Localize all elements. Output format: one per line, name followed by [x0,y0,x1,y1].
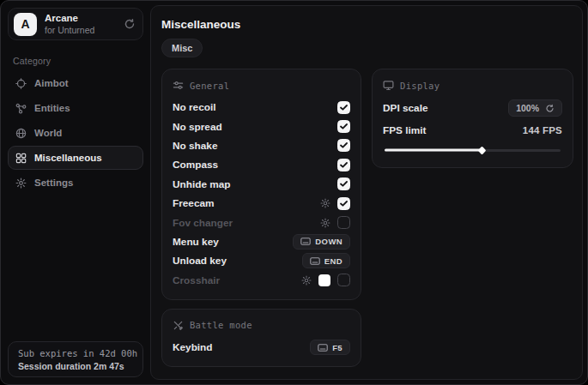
unload-key-binding[interactable]: END [302,253,350,268]
crosshair-icon [15,78,27,89]
freecam-settings-gear-icon[interactable] [320,198,330,208]
globe-icon [15,128,27,139]
setting-label: Unload key [173,255,227,267]
main-content: Miscellaneous Misc General [150,5,583,380]
tab-misc[interactable]: Misc [161,39,203,57]
setting-label: FPS limit [383,124,426,136]
setting-label: Fov changer [173,217,233,229]
sidebar-item-label: Aimbot [34,78,69,88]
battle-mode-panel-title: Battle mode [190,320,252,330]
sidebar-footer: Sub expires in 42d 00h Session duration … [8,341,143,377]
session-duration-text: Session duration 2m 47s [18,361,133,371]
sliders-icon [173,80,184,91]
app-logo: A [14,13,37,36]
keybind-value: DOWN [315,237,342,246]
sidebar-item-entities[interactable]: Entities [8,96,143,120]
fov-changer-checkbox[interactable] [337,216,350,229]
keyboard-icon [318,344,328,352]
setting-label: Freecam [173,197,215,209]
fov-changer-settings-gear-icon[interactable] [320,218,330,228]
setting-label: No shake [173,140,217,152]
app-meta: Arcane for Unturned [45,13,116,35]
general-panel-title: General [190,81,229,91]
no-spread-checkbox[interactable] [337,120,350,133]
sidebar-item-label: Entities [34,103,70,113]
setting-label: No spread [173,121,222,133]
no-recoil-checkbox[interactable] [337,101,350,114]
setting-row-no-spread: No spread [173,117,350,135]
setting-label: Crosshair [173,274,220,286]
slider-fill [385,149,482,152]
setting-row-fps-limit: FPS limit 144 FPS [383,120,562,141]
general-panel-header: General [173,80,350,91]
compass-checkbox[interactable] [337,159,350,171]
keyboard-icon [300,238,311,245]
sidebar-item-label: World [34,128,62,138]
swords-icon [173,320,184,331]
dpi-scale-value: 100% [516,103,539,113]
sidebar-item-aimbot[interactable]: Aimbot [8,71,143,95]
crosshair-settings-gear-icon[interactable] [301,275,312,286]
gear-icon [15,177,27,189]
battle-mode-panel: Battle mode Keybind F5 [161,309,361,367]
crosshair-color-swatch[interactable] [318,274,330,286]
dpi-scale-control[interactable]: 100% [508,99,562,117]
sidebar: A Arcane for Unturned Category A [1,1,149,384]
setting-label: DPI scale [383,102,427,114]
setting-label: No recoil [173,101,215,113]
general-panel: General No recoil No spread No shake [161,69,361,300]
page-title: Miscellaneous [161,18,573,31]
slider-thumb[interactable] [477,146,486,154]
entities-icon [15,103,27,114]
display-panel-title: Display [400,81,439,91]
freecam-checkbox[interactable] [337,197,350,210]
battle-mode-panel-header: Battle mode [173,320,350,331]
setting-label: Unhide map [173,178,231,190]
setting-row-fov-changer: Fov changer [173,213,350,232]
sync-icon[interactable] [124,18,136,30]
display-panel: Display DPI scale 100% [372,69,573,168]
app-header-card: A Arcane for Unturned [8,8,143,40]
setting-row-keybind: Keybind F5 [173,338,350,357]
fps-limit-value: 144 FPS [523,125,562,135]
grid-icon [15,153,27,164]
sidebar-nav: Aimbot Entities World [8,71,143,195]
setting-row-unhide-map: Unhide map [173,175,350,194]
setting-row-dpi-scale: DPI scale 100% [383,98,562,118]
setting-row-no-recoil: No recoil [173,98,350,117]
display-panel-header: Display [383,80,562,91]
keyboard-icon [310,257,320,265]
sidebar-item-settings[interactable]: Settings [8,171,143,195]
setting-label: Menu key [173,236,219,248]
keybind-value: F5 [332,343,342,352]
battle-mode-key-binding[interactable]: F5 [310,340,350,355]
crosshair-checkbox[interactable] [337,274,350,286]
tab-bar: Misc [161,39,573,57]
setting-label: Compass [173,159,218,171]
setting-row-menu-key: Menu key DOWN [173,232,350,251]
menu-key-binding[interactable]: DOWN [293,234,350,250]
setting-label: Keybind [173,341,213,353]
sidebar-item-world[interactable]: World [8,121,143,145]
setting-row-no-shake: No shake [173,136,350,155]
setting-row-freecam: Freecam [173,194,350,213]
fps-limit-slider[interactable] [385,144,561,156]
sidebar-item-label: Settings [34,177,73,188]
setting-row-unload-key: Unload key END [173,251,350,270]
sidebar-item-miscellaneous[interactable]: Miscellaneous [8,146,143,170]
app-window: A Arcane for Unturned Category A [0,0,588,385]
sidebar-item-label: Miscellaneous [34,153,102,163]
refresh-icon [545,104,555,113]
subscription-card: Sub expires in 42d 00h Session duration … [8,341,143,377]
app-name: Arcane [45,13,116,25]
app-subtitle: for Unturned [45,25,116,36]
sub-expires-text: Sub expires in 42d 00h [18,348,133,358]
setting-row-crosshair: Crosshair [173,271,350,290]
monitor-icon [383,80,394,91]
category-label: Category [13,56,143,66]
keybind-value: END [324,256,342,266]
no-shake-checkbox[interactable] [337,139,350,152]
unhide-map-checkbox[interactable] [337,177,350,190]
setting-row-compass: Compass [173,155,350,174]
